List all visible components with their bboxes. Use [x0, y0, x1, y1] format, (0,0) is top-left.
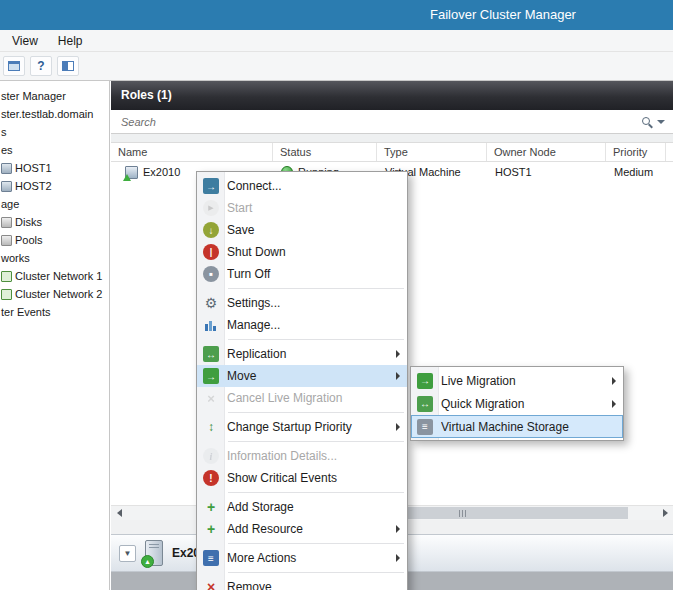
menu-item-show-critical-events[interactable]: Show Critical Events	[197, 467, 407, 489]
live-migration-icon	[417, 373, 433, 389]
scroll-right-button[interactable]	[657, 506, 673, 520]
tree-item-cluster-network-2[interactable]: Cluster Network 2	[0, 285, 109, 303]
submenu-arrow-icon	[396, 372, 400, 380]
menu-item-change-startup-priority[interactable]: Change Startup Priority	[197, 416, 407, 438]
menu-item-label: Shut Down	[227, 245, 387, 259]
menu-separator	[228, 412, 404, 413]
tree-item-networks[interactable]: works	[0, 249, 109, 267]
menu-item-label: Virtual Machine Storage	[441, 420, 603, 434]
tree-item-label: Cluster Network 2	[15, 285, 102, 303]
tree-item-host2[interactable]: HOST2	[0, 177, 109, 195]
tree-item-cluster[interactable]: ster.testlab.domain	[0, 105, 109, 123]
menu-item-turn-off[interactable]: Turn Off	[197, 263, 407, 285]
menu-item-more-actions[interactable]: More Actions	[197, 547, 407, 569]
menu-item-label: Replication	[227, 347, 387, 361]
menu-item-label: Move	[227, 369, 387, 383]
role-owner-cell: HOST1	[487, 162, 606, 182]
submenu-arrow-icon	[396, 350, 400, 358]
tree-item-roles[interactable]: s	[0, 123, 109, 141]
chevron-down-icon	[657, 120, 665, 124]
scroll-right-icon	[663, 509, 668, 517]
column-header-owner-node[interactable]: Owner Node	[487, 143, 606, 161]
tree-item-label: ster.testlab.domain	[1, 105, 93, 123]
tree-item-disks[interactable]: Disks	[0, 213, 109, 231]
manage-icon	[203, 317, 219, 333]
start-icon	[203, 200, 219, 216]
tree-item-cluster-events[interactable]: ter Events	[0, 303, 109, 321]
virtual-machine-icon	[125, 166, 138, 179]
menu-item-start: Start	[197, 197, 407, 219]
role-name: Ex2010	[143, 166, 180, 178]
tree-item-pools[interactable]: Pools	[0, 231, 109, 249]
console-window-glyph	[8, 61, 20, 71]
menu-help[interactable]: Help	[50, 32, 91, 50]
menu-item-label: Live Migration	[441, 374, 603, 388]
cancel-live-migration-icon	[203, 390, 219, 406]
submenu-arrow-icon	[612, 400, 616, 408]
search-input[interactable]	[111, 110, 641, 133]
tree-item-label: HOST2	[15, 177, 52, 195]
menu-separator	[228, 339, 404, 340]
menu-item-replication[interactable]: Replication	[197, 343, 407, 365]
menu-item-settings[interactable]: Settings...	[197, 292, 407, 314]
scroll-left-button[interactable]	[111, 506, 127, 520]
menu-bar: View Help	[0, 30, 673, 52]
search-bar	[111, 110, 673, 134]
more-actions-icon	[203, 550, 219, 566]
menu-item-label: Manage...	[227, 318, 387, 332]
menu-item-label: More Actions	[227, 551, 387, 565]
menu-item-label: Add Resource	[227, 522, 387, 536]
menu-item-add-resource[interactable]: Add Resource	[197, 518, 407, 540]
menu-separator	[228, 288, 404, 289]
tree-item-label: Pools	[15, 231, 43, 249]
menu-item-shut-down[interactable]: Shut Down	[197, 241, 407, 263]
add-storage-icon	[203, 499, 219, 515]
submenu-arrow-icon	[396, 525, 400, 533]
column-header-priority[interactable]: Priority	[606, 143, 666, 161]
search-options[interactable]	[641, 116, 673, 128]
vm-role-icon	[145, 540, 163, 566]
menu-item-connect[interactable]: Connect...	[197, 175, 407, 197]
menu-item-remove[interactable]: Remove	[197, 576, 407, 590]
column-header-type[interactable]: Type	[377, 143, 487, 161]
help-glyph: ?	[37, 59, 44, 73]
roles-pane-header: Roles (1)	[111, 81, 673, 110]
search-icon	[641, 116, 653, 128]
change-priority-icon	[203, 419, 219, 435]
column-header-name[interactable]: Name	[111, 143, 273, 161]
help-icon[interactable]: ?	[30, 56, 52, 76]
submenu-item-live-migration[interactable]: Live Migration	[411, 369, 623, 392]
menu-item-add-storage[interactable]: Add Storage	[197, 496, 407, 518]
tree-item-storage[interactable]: age	[0, 195, 109, 213]
menu-item-label: Change Startup Priority	[227, 420, 387, 434]
tree-item-cluster-manager[interactable]: ster Manager	[0, 87, 109, 105]
critical-events-icon	[203, 470, 219, 486]
console-window-icon[interactable]	[3, 56, 25, 76]
role-priority-cell: Medium	[606, 162, 666, 182]
collapse-chevron-icon[interactable]: ▼	[119, 545, 136, 562]
move-submenu: Live Migration Quick Migration Virtual M…	[410, 366, 624, 441]
submenu-arrow-icon	[396, 554, 400, 562]
connect-icon	[203, 178, 219, 194]
settings-icon	[203, 295, 219, 311]
tree-item-nodes[interactable]: es	[0, 141, 109, 159]
tree-item-cluster-network-1[interactable]: Cluster Network 1	[0, 267, 109, 285]
menu-item-save[interactable]: Save	[197, 219, 407, 241]
menu-item-move[interactable]: Move	[197, 365, 407, 387]
server-icon	[1, 163, 12, 174]
tree-item-host1[interactable]: HOST1	[0, 159, 109, 177]
show-hide-tree-icon[interactable]	[57, 56, 79, 76]
server-icon	[1, 181, 12, 192]
submenu-item-quick-migration[interactable]: Quick Migration	[411, 392, 623, 415]
menu-item-label: Quick Migration	[441, 397, 603, 411]
menu-item-cancel-live-migration: Cancel Live Migration	[197, 387, 407, 409]
submenu-item-virtual-machine-storage[interactable]: Virtual Machine Storage	[411, 415, 623, 438]
filter-band	[111, 134, 673, 143]
menu-separator	[228, 543, 404, 544]
submenu-arrow-icon	[612, 377, 616, 385]
submenu-arrow-icon	[396, 423, 400, 431]
show-hide-tree-glyph	[62, 61, 74, 71]
menu-view[interactable]: View	[4, 32, 46, 50]
column-header-status[interactable]: Status	[273, 143, 377, 161]
menu-item-manage[interactable]: Manage...	[197, 314, 407, 336]
